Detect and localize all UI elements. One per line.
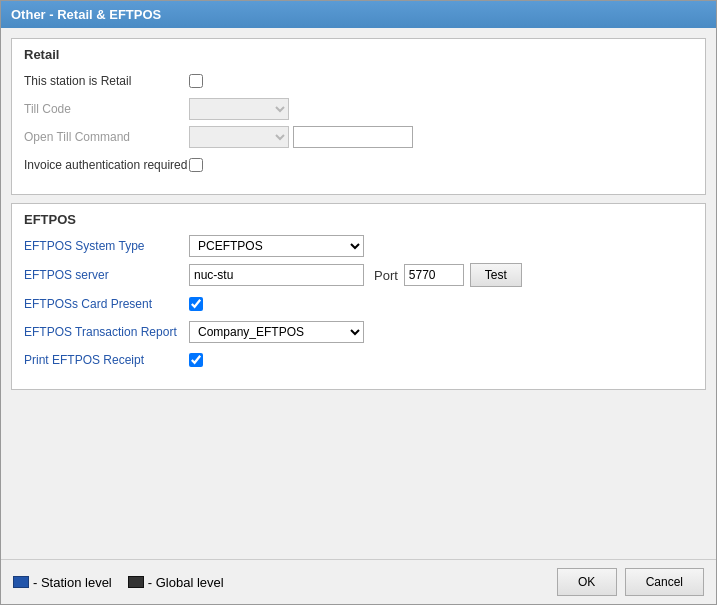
station-level-label: - Station level: [33, 575, 112, 590]
global-level-label: - Global level: [148, 575, 224, 590]
cancel-button[interactable]: Cancel: [625, 568, 704, 596]
card-present-row: EFTPOSs Card Present: [24, 293, 693, 315]
print-receipt-label: Print EFTPOS Receipt: [24, 353, 189, 367]
retail-section-title: Retail: [24, 47, 693, 62]
this-station-row: This station is Retail: [24, 70, 693, 92]
port-label: Port: [374, 268, 398, 283]
ok-button[interactable]: OK: [557, 568, 617, 596]
invoice-auth-row: Invoice authentication required: [24, 154, 693, 176]
transaction-report-label: EFTPOS Transaction Report: [24, 325, 189, 339]
server-label: EFTPOS server: [24, 268, 189, 282]
footer-buttons: OK Cancel: [557, 568, 704, 596]
card-present-checkbox[interactable]: [189, 297, 203, 311]
open-till-select[interactable]: [189, 126, 289, 148]
station-level-legend: - Station level: [13, 575, 112, 590]
content-area: Retail This station is Retail Till Code …: [1, 28, 716, 559]
this-station-checkbox[interactable]: [189, 74, 203, 88]
this-station-label: This station is Retail: [24, 74, 189, 88]
open-till-row: Open Till Command: [24, 126, 693, 148]
window-title: Other - Retail & EFTPOS: [11, 7, 161, 22]
open-till-label: Open Till Command: [24, 130, 189, 144]
eftpos-section-title: EFTPOS: [24, 212, 693, 227]
legend: - Station level - Global level: [13, 575, 224, 590]
port-input[interactable]: [404, 264, 464, 286]
invoice-auth-checkbox[interactable]: [189, 158, 203, 172]
till-code-row: Till Code: [24, 98, 693, 120]
transaction-report-select[interactable]: Company_EFTPOS: [189, 321, 364, 343]
till-code-select[interactable]: [189, 98, 289, 120]
server-input[interactable]: [189, 264, 364, 286]
print-receipt-row: Print EFTPOS Receipt: [24, 349, 693, 371]
footer: - Station level - Global level OK Cancel: [1, 559, 716, 604]
station-level-color: [13, 576, 29, 588]
system-type-label: EFTPOS System Type: [24, 239, 189, 253]
system-type-select[interactable]: PCEFTPOS: [189, 235, 364, 257]
main-window: Other - Retail & EFTPOS Retail This stat…: [0, 0, 717, 605]
global-level-legend: - Global level: [128, 575, 224, 590]
open-till-text[interactable]: [293, 126, 413, 148]
card-present-label: EFTPOSs Card Present: [24, 297, 189, 311]
eftpos-section: EFTPOS EFTPOS System Type PCEFTPOS EFTPO…: [11, 203, 706, 390]
invoice-auth-label: Invoice authentication required: [24, 158, 189, 172]
till-code-label: Till Code: [24, 102, 189, 116]
global-level-color: [128, 576, 144, 588]
server-row: EFTPOS server Port Test: [24, 263, 693, 287]
transaction-report-row: EFTPOS Transaction Report Company_EFTPOS: [24, 321, 693, 343]
system-type-row: EFTPOS System Type PCEFTPOS: [24, 235, 693, 257]
retail-section: Retail This station is Retail Till Code …: [11, 38, 706, 195]
test-button[interactable]: Test: [470, 263, 522, 287]
title-bar: Other - Retail & EFTPOS: [1, 1, 716, 28]
print-receipt-checkbox[interactable]: [189, 353, 203, 367]
